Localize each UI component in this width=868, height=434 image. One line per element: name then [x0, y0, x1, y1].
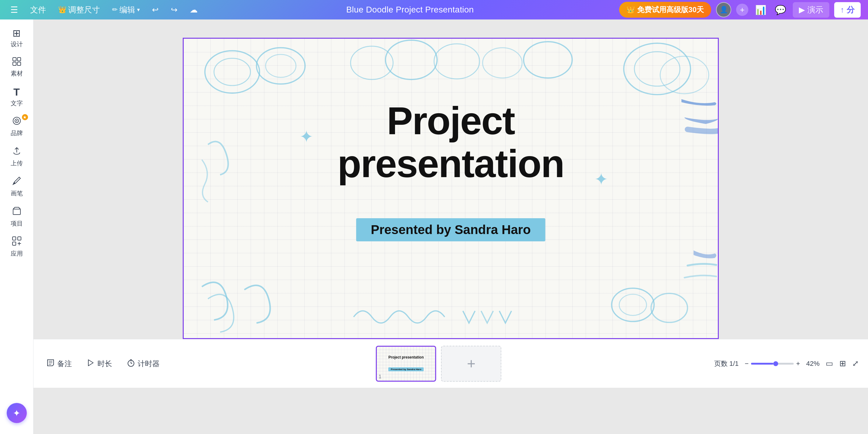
crown-icon: 👑 — [626, 6, 635, 14]
bottom-panel: 备注 时长 计时器 1 — [33, 339, 868, 388]
svg-point-16 — [266, 55, 296, 78]
present-button[interactable]: ▶ 演示 — [793, 2, 829, 18]
add-slide-button[interactable]: + — [441, 346, 501, 382]
sidebar-item-projects[interactable]: 项目 — [3, 203, 30, 231]
apps-label: 应用 — [11, 249, 23, 258]
zoom-slider[interactable]: − + — [745, 360, 800, 368]
undo-button[interactable]: ↩ — [149, 3, 162, 16]
add-collaborator-button[interactable]: + — [736, 4, 748, 16]
analytics-button[interactable]: 📊 — [753, 3, 768, 17]
projects-icon — [12, 206, 22, 218]
edit-menu[interactable]: ✏ 编辑 ▾ — [109, 3, 143, 17]
share-button[interactable]: ↑ 分 — [834, 2, 861, 18]
duration-label: 时长 — [97, 359, 112, 369]
bottom-tools: 备注 时长 计时器 — [43, 356, 163, 371]
canvas-area[interactable]: ✦ ✦ Projectpresentation Presented by San… — [33, 20, 868, 434]
page-info: 页数 1/1 — [714, 359, 739, 368]
slide-title[interactable]: Projectpresentation — [314, 100, 588, 185]
zoom-minus-icon[interactable]: − — [745, 360, 749, 368]
apps-icon — [12, 236, 22, 248]
edit-label: 编辑 — [119, 5, 135, 15]
slide-thumbnail-1[interactable]: 1 Project presentation Presented by Sand… — [376, 346, 436, 382]
sidebar-item-brand[interactable]: ★ 品牌 — [3, 113, 30, 140]
svg-rect-3 — [18, 62, 21, 65]
doc-title: Blue Doodle Project Presentation — [346, 5, 474, 14]
sidebar-item-elements[interactable]: 素材 — [3, 54, 30, 81]
view-grid-icon[interactable]: ⊞ — [839, 359, 846, 368]
notes-button[interactable]: 备注 — [43, 356, 75, 371]
zoom-plus-icon[interactable]: + — [796, 360, 800, 368]
main-body: ⊞ 设计 素材 T 文字 ★ — [0, 20, 868, 434]
svg-point-22 — [624, 43, 690, 95]
cloud-icon: ☁ — [190, 5, 198, 14]
notes-icon — [46, 359, 55, 369]
slide-subtitle: Presented by Sandra Haro — [371, 223, 531, 237]
svg-rect-8 — [12, 237, 16, 240]
projects-label: 项目 — [11, 220, 23, 228]
menu-button[interactable]: ☰ — [7, 3, 21, 17]
sparkle-left: ✦ — [299, 127, 313, 146]
sidebar-item-design[interactable]: ⊞ 设计 — [3, 24, 30, 52]
premium-label: 免费试用高级版30天 — [637, 5, 704, 14]
svg-point-26 — [619, 294, 647, 315]
canvas-wrapper: ✦ ✦ Projectpresentation Presented by San… — [183, 38, 719, 339]
share-icon: ↑ — [840, 5, 844, 14]
view-single-icon[interactable]: ▭ — [826, 359, 833, 368]
zoom-thumb[interactable] — [773, 361, 778, 366]
present-icon: ▶ — [799, 5, 805, 14]
svg-marker-31 — [88, 360, 93, 366]
svg-point-24 — [660, 56, 709, 94]
svg-point-6 — [16, 120, 18, 122]
brand-icon — [12, 116, 22, 128]
duration-button[interactable]: 时长 — [83, 356, 116, 371]
sidebar-item-apps[interactable]: 应用 — [3, 233, 30, 261]
avatar-icon: 👤 — [720, 6, 728, 14]
add-slide-icon: + — [467, 355, 475, 372]
text-label: 文字 — [11, 99, 23, 107]
svg-rect-9 — [18, 237, 21, 240]
magic-button[interactable]: ✦ — [7, 403, 27, 423]
premium-button[interactable]: 👑 免费试用高级版30天 — [619, 2, 711, 18]
svg-point-20 — [483, 48, 522, 78]
sidebar-item-draw[interactable]: 画笔 — [3, 173, 30, 201]
slide-thumb-title: Project presentation — [388, 355, 424, 360]
slide-subtitle-box[interactable]: Presented by Sandra Haro — [356, 218, 545, 241]
slides-strip: 1 Project presentation Presented by Sand… — [169, 346, 708, 382]
bottom-right: 页数 1/1 − + 42% ▭ ⊞ ⤢ — [714, 359, 859, 368]
slide-num-1: 1 — [378, 374, 381, 379]
elements-icon — [12, 57, 21, 68]
magic-icon: ✦ — [13, 408, 21, 419]
comment-icon: 💬 — [775, 5, 786, 15]
add-icon: + — [740, 5, 744, 14]
toolbar: ☰ 文件 👑 调整尺寸 ✏ 编辑 ▾ ↩ ↪ ☁ Blue Doodle Pro… — [0, 0, 868, 20]
timer-button[interactable]: 计时器 — [123, 356, 163, 371]
comment-button[interactable]: 💬 — [773, 3, 788, 17]
svg-rect-1 — [18, 58, 21, 61]
file-menu[interactable]: 文件 — [27, 3, 49, 17]
svg-point-23 — [634, 52, 680, 86]
avatar[interactable]: 👤 — [716, 2, 731, 18]
brand-badge: ★ — [22, 114, 28, 120]
sidebar-item-text[interactable]: T 文字 — [3, 83, 30, 110]
svg-point-15 — [256, 48, 305, 84]
present-label: 演示 — [807, 5, 823, 15]
slide-canvas[interactable]: ✦ ✦ Projectpresentation Presented by San… — [183, 38, 719, 339]
zoom-track[interactable] — [751, 363, 794, 365]
svg-point-21 — [524, 42, 572, 78]
sparkle-right: ✦ — [594, 169, 608, 189]
sidebar-item-upload[interactable]: 上传 — [3, 143, 30, 170]
cloud-button[interactable]: ☁ — [187, 3, 201, 16]
design-icon: ⊞ — [12, 27, 21, 39]
svg-point-19 — [434, 44, 479, 79]
fullscreen-icon[interactable]: ⤢ — [852, 359, 859, 368]
draw-icon — [12, 176, 22, 188]
upload-label: 上传 — [11, 159, 23, 167]
svg-rect-7 — [13, 209, 21, 214]
redo-button[interactable]: ↪ — [168, 3, 181, 16]
text-icon: T — [13, 86, 20, 98]
svg-rect-2 — [13, 62, 16, 65]
timer-label: 计时器 — [138, 359, 160, 369]
svg-point-25 — [612, 288, 654, 322]
resize-menu[interactable]: 👑 调整尺寸 — [55, 3, 103, 17]
elements-label: 素材 — [11, 69, 23, 78]
